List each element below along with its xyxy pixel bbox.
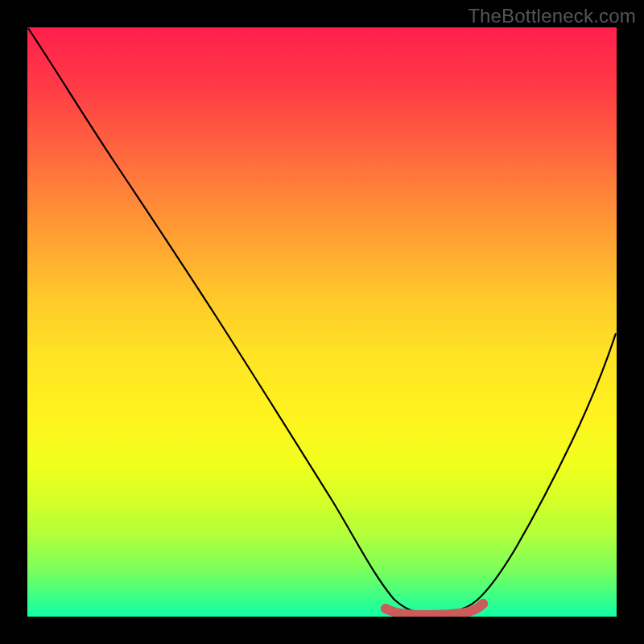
chart-svg <box>27 27 617 617</box>
chart-plot-area <box>27 27 617 617</box>
optimal-band-end-dot <box>478 599 488 609</box>
optimal-band-start-dot <box>381 604 390 613</box>
bottleneck-curve-path <box>28 28 616 613</box>
watermark-text: TheBottleneck.com <box>468 5 636 27</box>
